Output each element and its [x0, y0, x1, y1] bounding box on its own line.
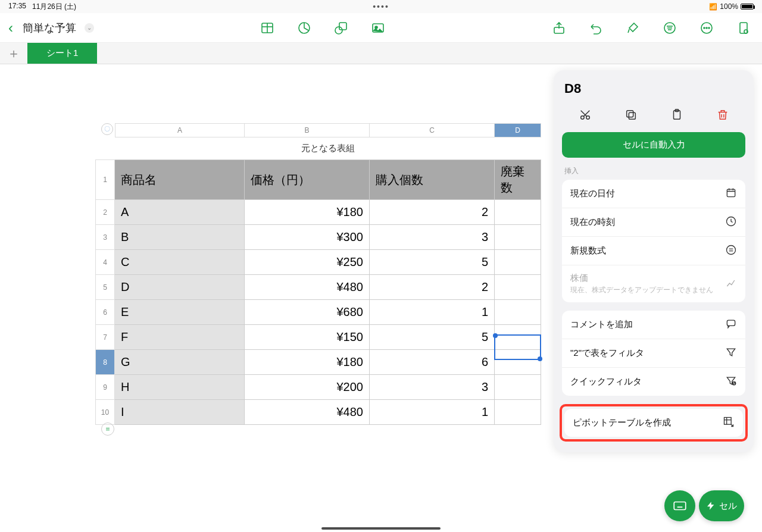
- row-number[interactable]: 7: [96, 325, 115, 350]
- organize-icon[interactable]: [662, 20, 677, 36]
- cell-C2[interactable]: 2: [370, 200, 495, 225]
- cell-A4[interactable]: C: [115, 250, 245, 275]
- col-header-B[interactable]: B: [245, 123, 370, 137]
- cell-A9[interactable]: H: [115, 375, 245, 400]
- table-header-cell[interactable]: 購入個数: [370, 160, 495, 200]
- cell-A10[interactable]: I: [115, 400, 245, 425]
- row-number[interactable]: 10: [96, 400, 115, 425]
- cell-D4[interactable]: [495, 250, 541, 275]
- table-header-cell[interactable]: 価格（円）: [245, 160, 370, 200]
- create-pivot-table-item[interactable]: ピボットテーブルを作成: [564, 409, 743, 437]
- svg-point-15: [706, 27, 707, 29]
- more-icon[interactable]: [699, 20, 714, 36]
- insert-shape-icon[interactable]: [333, 20, 349, 36]
- insert-item-clock[interactable]: 現在の時刻: [562, 208, 745, 237]
- pivot-icon: [723, 416, 735, 430]
- tutorial-highlight: ピボットテーブルを作成: [560, 404, 748, 442]
- keyboard-fab[interactable]: [664, 490, 695, 521]
- cell-A6[interactable]: E: [115, 300, 245, 325]
- cell-B6[interactable]: ¥680: [245, 300, 370, 325]
- cell-B5[interactable]: ¥480: [245, 275, 370, 300]
- cell-C10[interactable]: 1: [370, 400, 495, 425]
- cell-A5[interactable]: D: [115, 275, 245, 300]
- insert-media-icon[interactable]: [370, 20, 386, 36]
- col-header-A[interactable]: A: [115, 123, 245, 137]
- cell-B4[interactable]: ¥250: [245, 250, 370, 275]
- delete-button[interactable]: [714, 106, 732, 124]
- status-date: 11月26日 (土): [32, 2, 76, 12]
- cell-A3[interactable]: B: [115, 225, 245, 250]
- row-number[interactable]: 5: [96, 275, 115, 300]
- data-table[interactable]: 1商品名価格（円）購入個数廃棄数2A¥18023B¥30034C¥25055D¥…: [95, 159, 541, 425]
- clock-icon: [725, 215, 737, 229]
- svg-rect-38: [674, 502, 686, 510]
- cell-B10[interactable]: ¥480: [245, 400, 370, 425]
- status-time: 17:35: [8, 2, 26, 12]
- cell-D2[interactable]: [495, 200, 541, 225]
- row-number[interactable]: 2: [96, 200, 115, 225]
- cell-A2[interactable]: A: [115, 200, 245, 225]
- paste-button[interactable]: [668, 106, 686, 124]
- autofill-button[interactable]: セルに自動入力: [562, 132, 745, 158]
- cell-B2[interactable]: ¥180: [245, 200, 370, 225]
- table-header-cell[interactable]: 廃棄数: [495, 160, 541, 200]
- sheet-tab-active[interactable]: シート1: [27, 43, 97, 64]
- col-header-C[interactable]: C: [370, 123, 495, 137]
- row-number[interactable]: 9: [96, 375, 115, 400]
- cell-D5[interactable]: [495, 275, 541, 300]
- cell-fab[interactable]: セル: [699, 490, 744, 521]
- cell-A8[interactable]: G: [115, 350, 245, 375]
- cell-C3[interactable]: 3: [370, 225, 495, 250]
- cell-D8[interactable]: [495, 350, 541, 375]
- cut-button[interactable]: [576, 106, 594, 124]
- cell-B7[interactable]: ¥150: [245, 325, 370, 350]
- cell-B8[interactable]: ¥180: [245, 350, 370, 375]
- table-corner-handle[interactable]: 〇: [101, 123, 113, 135]
- home-indicator[interactable]: [321, 527, 441, 530]
- table-title[interactable]: 元となる表組: [115, 143, 541, 154]
- insert-item-calendar[interactable]: 現在の日付: [562, 180, 745, 208]
- cell-D6[interactable]: [495, 300, 541, 325]
- svg-point-30: [727, 246, 736, 255]
- util-item-funnel[interactable]: "2"で表をフィルタ: [562, 339, 745, 368]
- share-icon[interactable]: [551, 20, 567, 36]
- insert-item-equals[interactable]: 新規数式: [562, 237, 745, 265]
- multitask-dots[interactable]: ••••: [257, 2, 505, 11]
- cell-D3[interactable]: [495, 225, 541, 250]
- undo-icon[interactable]: [588, 20, 604, 36]
- document-title[interactable]: 簡単な予算: [23, 21, 76, 35]
- copy-button[interactable]: [622, 106, 640, 124]
- util-item-funnel-bolt[interactable]: クイックフィルタ: [562, 368, 745, 396]
- table-header-cell[interactable]: 商品名: [115, 160, 245, 200]
- insert-table-icon[interactable]: [260, 20, 275, 36]
- cell-D9[interactable]: [495, 375, 541, 400]
- insert-chart-icon[interactable]: [296, 20, 312, 36]
- row-number[interactable]: 3: [96, 225, 115, 250]
- cell-A7[interactable]: F: [115, 325, 245, 350]
- util-item-comment[interactable]: コメントを追加: [562, 311, 745, 339]
- row-number[interactable]: 1: [96, 160, 115, 200]
- row-number[interactable]: 8: [96, 350, 115, 375]
- add-sheet-button[interactable]: ＋: [0, 43, 27, 64]
- document-options-icon[interactable]: [736, 20, 751, 36]
- title-dropdown-chevron-icon[interactable]: ⌄: [85, 23, 94, 33]
- row-number[interactable]: 4: [96, 250, 115, 275]
- cell-C5[interactable]: 2: [370, 275, 495, 300]
- cell-D10[interactable]: [495, 400, 541, 425]
- back-button[interactable]: ‹: [5, 20, 17, 36]
- cell-C8[interactable]: 6: [370, 350, 495, 375]
- cell-B9[interactable]: ¥200: [245, 375, 370, 400]
- battery-pct: 100%: [720, 2, 738, 11]
- cell-C7[interactable]: 5: [370, 325, 495, 350]
- format-brush-icon[interactable]: [625, 20, 641, 36]
- cell-C9[interactable]: 3: [370, 375, 495, 400]
- cell-D7[interactable]: [495, 325, 541, 350]
- formula-handle[interactable]: =: [101, 423, 114, 436]
- cell-C6[interactable]: 1: [370, 300, 495, 325]
- svg-rect-35: [724, 418, 732, 425]
- cell-C4[interactable]: 5: [370, 250, 495, 275]
- col-header-D[interactable]: D: [495, 123, 541, 137]
- row-number[interactable]: 6: [96, 300, 115, 325]
- cell-B3[interactable]: ¥300: [245, 225, 370, 250]
- insert-section-label: 挿入: [564, 166, 743, 176]
